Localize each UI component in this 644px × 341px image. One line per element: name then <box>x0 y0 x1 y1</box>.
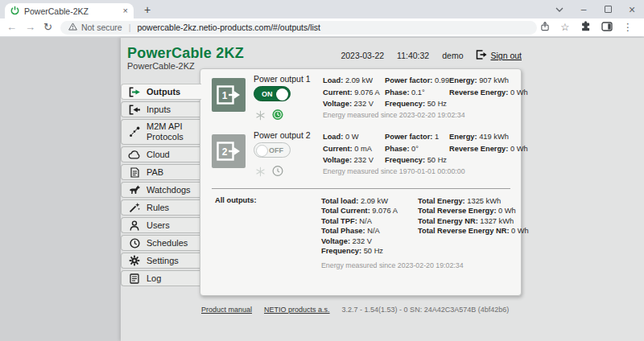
header-status-bar: 2023-03-22 11:40:32 demo Sign out <box>341 50 522 61</box>
output1-stats-col3: Energy: 907 kWhReverse Energy: 0 Wh <box>449 76 528 100</box>
clock-icon <box>128 238 141 249</box>
menu-kebab-icon[interactable]: ⋮ <box>623 22 634 33</box>
stat-line: Voltage: 232 V <box>321 237 398 247</box>
output2-measured-since: Energy measured since 1970-01-01 00:00:0… <box>323 167 465 175</box>
stat-line: Power factor: 1 <box>385 133 447 145</box>
stat-line: Voltage: 232 V <box>323 100 380 112</box>
share-icon[interactable] <box>540 21 550 34</box>
not-secure-warning-icon <box>68 23 77 32</box>
output2-state-label: OFF <box>269 146 283 154</box>
sidebar-item-pab[interactable]: PAB <box>121 164 200 180</box>
maximize-button[interactable] <box>596 0 620 18</box>
netio-company-link[interactable]: NETIO products a.s. <box>264 306 330 314</box>
sidebar-item-settings[interactable]: Settings <box>121 253 200 269</box>
date-label: 2023-03-22 <box>341 51 384 60</box>
stat-line: Current: 9.076 A <box>323 88 380 101</box>
output2-name: Power output 2 <box>254 130 311 140</box>
app-container: PowerCable 2KZ PowerCable-2KZ 2023-03-22… <box>121 38 644 341</box>
inputs-icon <box>128 105 141 115</box>
stat-line: Total load: 2.09 kW <box>321 197 398 207</box>
all-outputs-col1: Total load: 2.09 kWTotal Current: 9.076 … <box>321 197 398 257</box>
all-outputs-measured-since: Energy measured since 2023-02-20 19:02:3… <box>321 261 464 269</box>
stat-line: Load: 0 W <box>323 133 374 145</box>
stat-line: Voltage: 232 V <box>323 156 374 168</box>
stat-line: Total Reverse Energy: 0 Wh <box>418 207 529 216</box>
back-icon[interactable]: ← <box>6 19 17 35</box>
stat-line: Total TPF: N/A <box>321 217 398 227</box>
stat-line: Total Phase: N/A <box>321 227 398 236</box>
new-tab-button[interactable]: + <box>140 3 155 18</box>
output1-stats-col2: Power factor: 0.99Phase: 0.1°Frequency: … <box>385 76 449 112</box>
time-label: 11:40:32 <box>397 51 429 60</box>
url-separator: | <box>129 23 131 32</box>
stat-line: Phase: 0.1° <box>385 88 449 101</box>
bookmark-star-icon[interactable]: ☆ <box>560 22 569 33</box>
stat-line: Total Current: 9.076 A <box>321 207 398 216</box>
sidebar-item-outputs[interactable]: Outputs <box>121 84 201 100</box>
sidebar-item-m2m-api-protocols[interactable]: M2M API Protocols <box>121 119 200 145</box>
sign-out-link[interactable]: Sign out <box>476 50 522 61</box>
outputs-panel: 1 Power output 1 ON Load: 2.09 kWCurrent… <box>200 68 522 296</box>
not-secure-label: Not secure <box>81 23 122 32</box>
log-icon <box>128 273 141 284</box>
output1-schedule-clock-icon[interactable] <box>272 109 283 120</box>
close-tab-icon[interactable]: × <box>123 6 128 15</box>
stat-line: Total Reverse Energy NR: 0 Wh <box>418 227 529 236</box>
side-panel-icon[interactable] <box>601 22 613 34</box>
stat-line: Power factor: 0.99 <box>385 76 449 88</box>
sidebar-item-inputs[interactable]: Inputs <box>121 101 200 117</box>
minimize-button[interactable]: – <box>572 0 596 18</box>
output2-stats-col2: Power factor: 1Phase: 0°Frequency: 50 Hz <box>385 133 447 168</box>
product-manual-link[interactable]: Product manual <box>201 306 252 314</box>
sidebar-item-watchdogs[interactable]: Watchdogs <box>121 182 200 198</box>
firmware-version-label: 3.2.7 - 1.54(1.53) - 0 SN: 24A42C3A574B … <box>342 306 510 314</box>
url-bar[interactable]: Not secure | powercable-2kz.netio-produc… <box>60 21 537 35</box>
stat-line: Energy: 907 kWh <box>449 76 528 88</box>
output2-snowflake-icon[interactable] <box>254 166 266 177</box>
stat-line: Frequency: 50 Hz <box>385 156 447 168</box>
device-name: PowerCable-2KZ <box>127 61 195 71</box>
browser-toolbar: ← → ↻ Not secure | powercable-2kz.netio-… <box>0 18 644 37</box>
stat-line: Frequency: 50 Hz <box>385 100 449 112</box>
browser-tab[interactable]: PowerCable-2KZ × <box>5 3 134 18</box>
stat-line: Reverse Energy: 0 Wh <box>449 88 528 101</box>
sidebar-item-cloud[interactable]: Cloud <box>121 146 200 162</box>
output2-stats-col3: Energy: 419 kWhReverse Energy: 0 Wh <box>449 133 528 156</box>
output1-snowflake-icon[interactable] <box>254 109 266 121</box>
stat-line: Total Energy: 1325 kWh <box>418 197 529 207</box>
tab-search-chevron-icon[interactable] <box>547 0 572 18</box>
svg-text:1: 1 <box>222 90 228 101</box>
refresh-icon[interactable]: ↻ <box>43 19 52 35</box>
gear-icon <box>128 255 141 266</box>
output1-state-label: ON <box>262 90 273 98</box>
extensions-puzzle-icon[interactable] <box>580 21 591 34</box>
output2-toggle[interactable]: OFF <box>254 142 291 158</box>
watchdog-dog-icon <box>128 185 141 195</box>
footer: Product manual NETIO products a.s. 3.2.7… <box>201 306 509 314</box>
output1-toggle[interactable]: ON <box>254 86 291 101</box>
stat-line: Current: 0 mA <box>323 145 374 157</box>
stat-line: Load: 2.09 kW <box>323 76 380 88</box>
m2m-api-icon <box>128 126 141 138</box>
sidebar-item-users[interactable]: Users <box>121 217 200 233</box>
all-outputs-label: All outputs: <box>215 196 257 204</box>
sidebar-item-log[interactable]: Log <box>121 270 200 286</box>
tab-title: PowerCable-2KZ <box>24 6 118 16</box>
browser-window: PowerCable-2KZ × + – × ← → ↻ Not secure … <box>0 0 644 341</box>
output2-stats-col1: Load: 0 WCurrent: 0 mAVoltage: 232 V <box>323 133 374 168</box>
user-icon <box>128 220 141 231</box>
output2-toggle-knob <box>256 145 268 157</box>
output2-schedule-clock-icon[interactable] <box>272 165 283 176</box>
sidebar-item-rules[interactable]: Rules <box>121 199 200 216</box>
svg-text:2: 2 <box>222 146 228 158</box>
page-background: PowerCable 2KZ PowerCable-2KZ 2023-03-22… <box>0 38 644 341</box>
output1-toggle-knob <box>276 88 288 101</box>
panel-divider <box>212 188 510 189</box>
forward-icon[interactable]: → <box>25 19 35 35</box>
output1-name: Power output 1 <box>254 74 311 84</box>
output1-box-icon: 1 <box>212 78 246 112</box>
output1-stats-col1: Load: 2.09 kWCurrent: 9.076 AVoltage: 23… <box>323 76 380 112</box>
sidebar-item-schedules[interactable]: Schedules <box>121 235 200 251</box>
close-window-button[interactable]: × <box>620 0 644 18</box>
sign-out-icon <box>476 50 487 61</box>
